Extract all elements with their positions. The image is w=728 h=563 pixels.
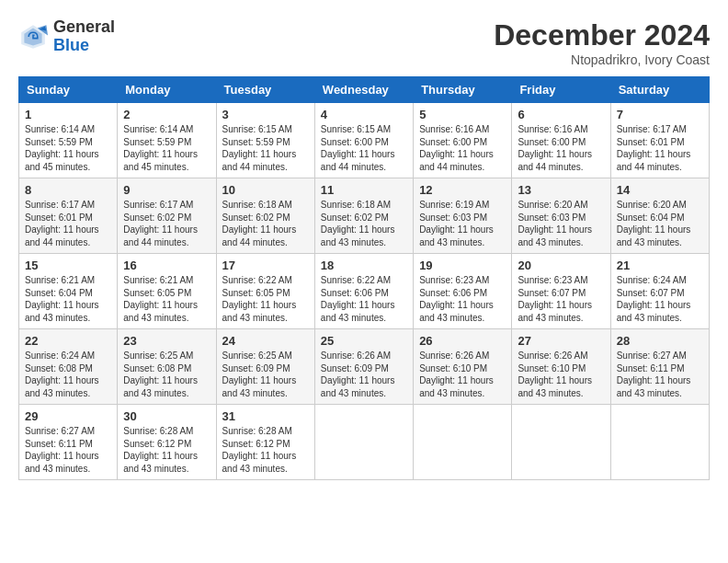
cell-info: Sunrise: 6:26 AMSunset: 6:10 PMDaylight:… bbox=[518, 350, 604, 399]
calendar-cell-w1-d1: 1Sunrise: 6:14 AMSunset: 5:59 PMDaylight… bbox=[19, 103, 118, 178]
day-number: 22 bbox=[25, 334, 111, 348]
calendar-cell-w3-d7: 21Sunrise: 6:24 AMSunset: 6:07 PMDayligh… bbox=[610, 254, 709, 329]
calendar-week-5: 29Sunrise: 6:27 AMSunset: 6:11 PMDayligh… bbox=[19, 405, 710, 480]
col-monday: Monday bbox=[118, 77, 216, 103]
calendar-cell-w4-d6: 27Sunrise: 6:26 AMSunset: 6:10 PMDayligh… bbox=[512, 329, 610, 405]
day-number: 7 bbox=[617, 108, 703, 121]
cell-info: Sunrise: 6:14 AMSunset: 5:59 PMDaylight:… bbox=[25, 123, 111, 173]
calendar-cell-w2-d7: 14Sunrise: 6:20 AMSunset: 6:04 PMDayligh… bbox=[610, 178, 709, 254]
cell-info: Sunrise: 6:19 AMSunset: 6:03 PMDaylight:… bbox=[419, 199, 506, 248]
header: General Blue December 2024 Ntopadrikro, … bbox=[18, 18, 710, 67]
calendar-cell-w3-d5: 19Sunrise: 6:23 AMSunset: 6:06 PMDayligh… bbox=[414, 254, 512, 329]
cell-info: Sunrise: 6:20 AMSunset: 6:04 PMDaylight:… bbox=[617, 199, 703, 248]
cell-info: Sunrise: 6:17 AMSunset: 6:01 PMDaylight:… bbox=[617, 123, 703, 173]
cell-info: Sunrise: 6:23 AMSunset: 6:07 PMDaylight:… bbox=[518, 274, 604, 324]
calendar-cell-w4-d4: 25Sunrise: 6:26 AMSunset: 6:09 PMDayligh… bbox=[314, 329, 413, 405]
calendar-cell-w4-d3: 24Sunrise: 6:25 AMSunset: 6:09 PMDayligh… bbox=[216, 329, 314, 405]
col-saturday: Saturday bbox=[610, 77, 709, 103]
logo: General Blue bbox=[18, 18, 115, 55]
calendar-cell-w4-d2: 23Sunrise: 6:25 AMSunset: 6:08 PMDayligh… bbox=[118, 329, 216, 405]
day-number: 17 bbox=[222, 259, 309, 272]
calendar-cell-w2-d6: 13Sunrise: 6:20 AMSunset: 6:03 PMDayligh… bbox=[512, 178, 610, 254]
col-wednesday: Wednesday bbox=[314, 77, 413, 103]
day-number: 30 bbox=[123, 409, 210, 423]
cell-info: Sunrise: 6:25 AMSunset: 6:08 PMDaylight:… bbox=[123, 350, 210, 399]
day-number: 5 bbox=[419, 108, 506, 121]
day-number: 1 bbox=[25, 108, 111, 121]
day-number: 4 bbox=[321, 108, 407, 121]
cell-info: Sunrise: 6:25 AMSunset: 6:09 PMDaylight:… bbox=[222, 350, 309, 399]
calendar-cell-w5-d6 bbox=[512, 405, 610, 480]
cell-info: Sunrise: 6:24 AMSunset: 6:08 PMDaylight:… bbox=[25, 350, 111, 399]
cell-info: Sunrise: 6:15 AMSunset: 6:00 PMDaylight:… bbox=[321, 123, 407, 173]
col-tuesday: Tuesday bbox=[216, 77, 314, 103]
calendar-cell-w1-d7: 7Sunrise: 6:17 AMSunset: 6:01 PMDaylight… bbox=[610, 103, 709, 178]
calendar-table: Sunday Monday Tuesday Wednesday Thursday… bbox=[18, 76, 710, 480]
cell-info: Sunrise: 6:27 AMSunset: 6:11 PMDaylight:… bbox=[25, 425, 111, 475]
cell-info: Sunrise: 6:14 AMSunset: 5:59 PMDaylight:… bbox=[123, 123, 210, 173]
calendar-week-1: 1Sunrise: 6:14 AMSunset: 5:59 PMDaylight… bbox=[19, 103, 710, 178]
cell-info: Sunrise: 6:16 AMSunset: 6:00 PMDaylight:… bbox=[419, 123, 506, 173]
logo-icon bbox=[18, 22, 48, 52]
calendar-cell-w5-d7 bbox=[610, 405, 709, 480]
calendar-header: Sunday Monday Tuesday Wednesday Thursday… bbox=[19, 77, 710, 103]
calendar-week-3: 15Sunrise: 6:21 AMSunset: 6:04 PMDayligh… bbox=[19, 254, 710, 329]
day-number: 20 bbox=[518, 259, 604, 272]
calendar-cell-w1-d4: 4Sunrise: 6:15 AMSunset: 6:00 PMDaylight… bbox=[314, 103, 413, 178]
calendar-cell-w3-d1: 15Sunrise: 6:21 AMSunset: 6:04 PMDayligh… bbox=[19, 254, 118, 329]
calendar-cell-w5-d3: 31Sunrise: 6:28 AMSunset: 6:12 PMDayligh… bbox=[216, 405, 314, 480]
col-thursday: Thursday bbox=[414, 77, 512, 103]
calendar-cell-w2-d1: 8Sunrise: 6:17 AMSunset: 6:01 PMDaylight… bbox=[19, 178, 118, 254]
day-number: 21 bbox=[617, 259, 703, 272]
day-number: 26 bbox=[419, 334, 506, 348]
cell-info: Sunrise: 6:26 AMSunset: 6:09 PMDaylight:… bbox=[321, 350, 407, 399]
calendar-cell-w2-d5: 12Sunrise: 6:19 AMSunset: 6:03 PMDayligh… bbox=[414, 178, 512, 254]
calendar-cell-w1-d3: 3Sunrise: 6:15 AMSunset: 5:59 PMDaylight… bbox=[216, 103, 314, 178]
calendar-cell-w1-d2: 2Sunrise: 6:14 AMSunset: 5:59 PMDaylight… bbox=[118, 103, 216, 178]
page-container: General Blue December 2024 Ntopadrikro, … bbox=[18, 18, 710, 480]
cell-info: Sunrise: 6:20 AMSunset: 6:03 PMDaylight:… bbox=[518, 199, 604, 248]
calendar-cell-w1-d6: 6Sunrise: 6:16 AMSunset: 6:00 PMDaylight… bbox=[512, 103, 610, 178]
day-number: 14 bbox=[617, 183, 703, 197]
col-sunday: Sunday bbox=[19, 77, 118, 103]
cell-info: Sunrise: 6:28 AMSunset: 6:12 PMDaylight:… bbox=[222, 425, 309, 475]
day-number: 16 bbox=[123, 259, 210, 272]
cell-info: Sunrise: 6:15 AMSunset: 5:59 PMDaylight:… bbox=[222, 123, 309, 173]
cell-info: Sunrise: 6:21 AMSunset: 6:05 PMDaylight:… bbox=[123, 274, 210, 324]
day-number: 13 bbox=[518, 183, 604, 197]
main-title: December 2024 bbox=[494, 18, 710, 52]
calendar-week-4: 22Sunrise: 6:24 AMSunset: 6:08 PMDayligh… bbox=[19, 329, 710, 405]
cell-info: Sunrise: 6:27 AMSunset: 6:11 PMDaylight:… bbox=[617, 350, 703, 399]
cell-info: Sunrise: 6:17 AMSunset: 6:01 PMDaylight:… bbox=[25, 199, 111, 248]
day-number: 27 bbox=[518, 334, 604, 348]
calendar-cell-w2-d2: 9Sunrise: 6:17 AMSunset: 6:02 PMDaylight… bbox=[118, 178, 216, 254]
calendar-cell-w2-d4: 11Sunrise: 6:18 AMSunset: 6:02 PMDayligh… bbox=[314, 178, 413, 254]
calendar-cell-w4-d7: 28Sunrise: 6:27 AMSunset: 6:11 PMDayligh… bbox=[610, 329, 709, 405]
cell-info: Sunrise: 6:18 AMSunset: 6:02 PMDaylight:… bbox=[321, 199, 407, 248]
day-number: 29 bbox=[25, 409, 111, 423]
day-number: 24 bbox=[222, 334, 309, 348]
cell-info: Sunrise: 6:21 AMSunset: 6:04 PMDaylight:… bbox=[25, 274, 111, 324]
cell-info: Sunrise: 6:17 AMSunset: 6:02 PMDaylight:… bbox=[123, 199, 210, 248]
day-number: 15 bbox=[25, 259, 111, 272]
calendar-cell-w1-d5: 5Sunrise: 6:16 AMSunset: 6:00 PMDaylight… bbox=[414, 103, 512, 178]
calendar-cell-w5-d2: 30Sunrise: 6:28 AMSunset: 6:12 PMDayligh… bbox=[118, 405, 216, 480]
calendar-cell-w3-d3: 17Sunrise: 6:22 AMSunset: 6:05 PMDayligh… bbox=[216, 254, 314, 329]
cell-info: Sunrise: 6:22 AMSunset: 6:06 PMDaylight:… bbox=[321, 274, 407, 324]
cell-info: Sunrise: 6:24 AMSunset: 6:07 PMDaylight:… bbox=[617, 274, 703, 324]
day-number: 23 bbox=[123, 334, 210, 348]
cell-info: Sunrise: 6:28 AMSunset: 6:12 PMDaylight:… bbox=[123, 425, 210, 475]
col-friday: Friday bbox=[512, 77, 610, 103]
logo-blue-text: Blue bbox=[53, 37, 115, 55]
calendar-week-2: 8Sunrise: 6:17 AMSunset: 6:01 PMDaylight… bbox=[19, 178, 710, 254]
logo-general-text: General bbox=[53, 18, 115, 37]
day-number: 18 bbox=[321, 259, 407, 272]
calendar-cell-w3-d4: 18Sunrise: 6:22 AMSunset: 6:06 PMDayligh… bbox=[314, 254, 413, 329]
cell-info: Sunrise: 6:16 AMSunset: 6:00 PMDaylight:… bbox=[518, 123, 604, 173]
day-number: 9 bbox=[123, 183, 210, 197]
day-number: 28 bbox=[617, 334, 703, 348]
day-number: 12 bbox=[419, 183, 506, 197]
calendar-cell-w5-d1: 29Sunrise: 6:27 AMSunset: 6:11 PMDayligh… bbox=[19, 405, 118, 480]
cell-info: Sunrise: 6:22 AMSunset: 6:05 PMDaylight:… bbox=[222, 274, 309, 324]
calendar-cell-w2-d3: 10Sunrise: 6:18 AMSunset: 6:02 PMDayligh… bbox=[216, 178, 314, 254]
